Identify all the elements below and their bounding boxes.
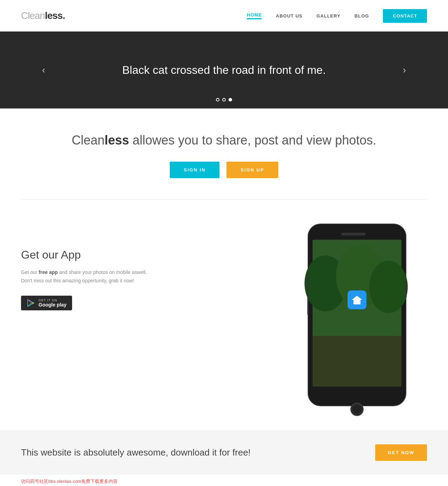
google-play-store-label: Google play [38,302,66,308]
logo[interactable]: Cleanless. [21,10,65,21]
nav-blog[interactable]: BLOG [355,13,369,19]
svg-rect-12 [341,233,366,235]
app-desc-prefix: Get our [21,269,39,275]
slider-dot-2[interactable] [222,98,226,101]
slider-dots [216,98,232,101]
hero-title: Cleanless allowes you to share, post and… [21,133,427,148]
get-now-button[interactable]: GET NOW [375,444,427,461]
main-nav: HOME ABOUT US GALLERY BLOG CONTACT [247,9,427,23]
slider-prev-button[interactable]: ‹ [35,61,52,79]
hero-title-light: Clean [72,133,105,147]
signin-button[interactable]: SIGN IN [170,162,219,178]
app-section: Get our App Get our free app and share y… [0,220,448,395]
nav-gallery[interactable]: GALLERY [316,13,341,19]
logo-dot: . [63,10,65,21]
logo-light: Clean [21,10,45,21]
phone-mockup-svg [255,213,448,416]
hero-buttons: SIGN IN SIGN UP [21,162,427,178]
app-description: Get our free app and share your photos o… [21,268,154,285]
hero-slider: ‹ Black cat crossed the road in front of… [0,31,448,108]
contact-button[interactable]: CONTACT [383,9,427,23]
svg-point-9 [369,261,408,313]
google-play-button[interactable]: GET IT ON Google play [21,296,72,310]
google-play-icon [27,299,35,307]
slider-dot-1[interactable] [216,98,219,101]
slider-text: Black cat crossed the road in front of m… [122,64,326,77]
watermark: 访问四号社区bbs.xlenlao.com免费下载更多内容 [0,475,448,486]
watermark-text: 访问四号社区bbs.xlenlao.com免费下载更多内容 [21,479,118,484]
nav-about[interactable]: ABOUT US [276,13,302,19]
logo-bold: less [45,10,63,21]
hero-divider [21,199,427,199]
svg-rect-16 [307,294,309,315]
slider-dot-3[interactable] [229,98,232,101]
hero-title-rest: allowes you to share, post and view phot… [129,133,376,147]
svg-rect-15 [307,276,309,290]
svg-point-14 [353,405,361,414]
signup-button[interactable]: SIGN UP [226,162,278,178]
app-desc-bold: free app [39,269,58,275]
hero-title-bold: less [105,133,129,147]
app-title: Get our App [21,248,154,261]
svg-rect-10 [313,336,401,387]
bottom-banner: This website is absolutely awesome, down… [0,430,448,475]
app-content: Get our App Get our free app and share y… [21,245,154,310]
phone-mockup-container [255,213,448,416]
google-play-get-label: GET IT ON [38,298,66,302]
hero-section: Cleanless allowes you to share, post and… [0,108,448,220]
bottom-banner-text: This website is absolutely awesome, down… [21,447,251,458]
site-header: Cleanless. HOME ABOUT US GALLERY BLOG CO… [0,0,448,31]
svg-rect-17 [405,280,407,297]
slider-next-button[interactable]: › [396,61,413,79]
nav-home[interactable]: HOME [247,12,262,19]
google-play-text: GET IT ON Google play [38,298,66,308]
